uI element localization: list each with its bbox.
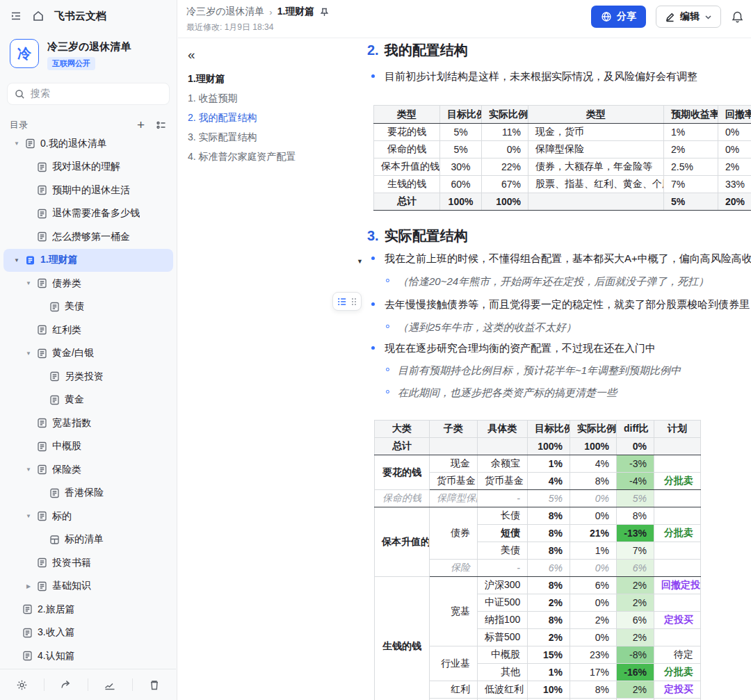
doc-icon <box>37 581 47 592</box>
doc-icon <box>37 464 47 475</box>
bullet-item[interactable]: ▼我在之前上班的时候，不懂得组合配置，基本都买大A+中概了，偏向高风险高收益 <box>367 251 751 269</box>
sidebar-item[interactable]: 中概股 <box>3 435 173 459</box>
sidebar-item[interactable]: 投资书籍 <box>3 551 173 575</box>
doc-icon <box>37 511 47 521</box>
breadcrumb: 冷三岁の退休清单 › 1.理财篇 <box>186 6 330 18</box>
doc-icon <box>37 209 47 219</box>
allocation-summary-table[interactable]: 类型 目标比例 实际比例 类型 预期收益率 回撤率 要花的钱5%11%现金，货币… <box>373 105 751 211</box>
app-window: 飞书云文档 冷 冷三岁の退休清单 互联网公开 搜索 目录 + ▼0.我的退休清单 <box>0 0 751 700</box>
doc-icon <box>37 185 47 195</box>
sidebar-footer <box>0 669 176 700</box>
bullet-item[interactable]: 现在在逐步研究合理均衡的资产配置，不过现在还在入门中 <box>367 341 656 355</box>
add-page-button[interactable]: + <box>137 117 145 133</box>
visibility-badge: 互联网公开 <box>47 57 95 70</box>
trash-icon[interactable] <box>133 679 177 691</box>
sub-bullet-item[interactable]: 目前有预期持仓比例目标，预计花半年~1年调整到预期比例中 <box>367 363 681 377</box>
sidebar-item[interactable]: 美债 <box>3 295 173 319</box>
sub-bullet-item[interactable]: （遇到25年牛市，这类的收益不太好） <box>367 320 576 334</box>
sidebar-item[interactable]: ▼保险类 <box>3 458 173 482</box>
top-bar: 冷三岁の退休清单 › 1.理财篇 最近修改: 1月9日 18:34 分享 编辑 <box>178 0 751 38</box>
sidebar-item[interactable]: ▶基础知识 <box>3 575 173 599</box>
toc-panel: « 1.理财篇 1. 收益预期 2. 我的配置结构 3. 实际配置结构 4. 标… <box>188 47 348 162</box>
doc-icon <box>37 418 47 428</box>
doc-icon <box>49 302 60 312</box>
doc-title: 冷三岁の退休清单 <box>47 39 131 54</box>
breadcrumb-current[interactable]: 1.理财篇 <box>277 6 315 18</box>
bullet-item[interactable]: 目前初步计划结构是这样，未来根据实际情况，及风险偏好会有调整 <box>367 69 697 83</box>
settings-gear-icon[interactable] <box>0 679 44 691</box>
detailed-allocation-table[interactable]: 大类 子类 具体类 目标比例 实际比例 diff比 计划 总计100%100%0… <box>374 420 701 700</box>
sidebar-item[interactable]: 我对退休的理解 <box>3 156 173 179</box>
sidebar-item[interactable]: 香港保险 <box>3 482 173 505</box>
table-row: 要花的钱现金余额宝1%4%-3% <box>375 455 701 473</box>
toc-item[interactable]: 1.理财篇 <box>188 74 348 84</box>
directory-settings-icon[interactable] <box>156 120 167 131</box>
bell-icon[interactable] <box>731 10 744 24</box>
globe-icon <box>601 11 612 22</box>
sidebar-item[interactable]: 退休需要准备多少钱 <box>3 202 173 226</box>
table-row-muted: 保命的钱保障型保险-5%0%5% <box>375 490 701 507</box>
table-row: 生钱的钱宽基沪深3008%6%2%回撤定投 <box>375 577 701 594</box>
pin-icon[interactable] <box>319 7 330 17</box>
bullet-item[interactable]: 去年慢慢接触债券等，而且觉得要一定的稳定性，就卖了部分股票梭哈到债券里 <box>367 297 750 311</box>
sub-bullet-item[interactable]: （恰逢20~24年熊市，开始两年还在定投，后面就没子弹了，死扛） <box>367 274 709 288</box>
sidebar: 飞书云文档 冷 冷三岁の退休清单 互联网公开 搜索 目录 + ▼0.我的退休清单 <box>0 0 177 700</box>
doc-icon <box>37 348 47 359</box>
sidebar-item[interactable]: 2.旅居篇 <box>3 598 173 621</box>
bullet-dot <box>371 74 375 78</box>
toc-item[interactable]: 4. 标准普尔家庭资产配置 <box>188 152 348 162</box>
doc-icon <box>37 231 47 242</box>
bullet-list-icon[interactable] <box>337 297 347 307</box>
edit-button[interactable]: 编辑 <box>656 6 721 28</box>
fold-toggle-icon[interactable]: ▼ <box>357 254 363 269</box>
bullet-dot <box>371 257 375 260</box>
table-total-row: 总计100%100%0% <box>375 438 701 455</box>
sidebar-item[interactable]: 黄金 <box>3 389 173 412</box>
share-button[interactable]: 分享 <box>591 6 646 28</box>
doc-icon <box>49 488 60 498</box>
sidebar-item[interactable]: 另类投资 <box>3 365 173 389</box>
sidebar-item[interactable]: ▼债券类 <box>3 272 173 295</box>
chevron-down-icon <box>704 13 712 21</box>
sidebar-toggle-icon[interactable] <box>10 10 22 22</box>
share-arrow-icon[interactable] <box>45 678 88 691</box>
sidebar-item[interactable]: ▼黄金/白银 <box>3 342 173 366</box>
collapse-toc-icon[interactable]: « <box>188 47 348 63</box>
table-header-row: 类型 目标比例 实际比例 类型 预期收益率 回撤率 <box>374 106 751 124</box>
breadcrumb-separator: › <box>269 7 272 17</box>
table-header-row: 大类 子类 具体类 目标比例 实际比例 diff比 计划 <box>375 421 701 438</box>
sub-bullet-item[interactable]: 在此期间，也逐步把各类资产标的搞更清楚一些 <box>367 385 617 400</box>
sidebar-item-selected[interactable]: ▼1.理财篇 <box>3 249 173 272</box>
table-row: 保命的钱5%0%保障型保险2%0% <box>374 141 751 158</box>
doc-avatar: 冷 <box>10 39 39 68</box>
app-title: 飞书云文档 <box>54 10 106 23</box>
main-area: 冷三岁の退休清单 › 1.理财篇 最近修改: 1月9日 18:34 分享 编辑 <box>178 0 751 700</box>
hollow-bullet <box>386 279 389 282</box>
block-toolbar[interactable] <box>332 292 362 311</box>
doc-header[interactable]: 冷 冷三岁の退休清单 互联网公开 <box>0 32 177 79</box>
sidebar-item[interactable]: ▼标的 <box>3 505 173 528</box>
home-icon[interactable] <box>32 10 45 22</box>
section-3-heading: 3.实际配置结构 <box>367 227 468 245</box>
page-tree: ▼0.我的退休清单 我对退休的理解 预期中的退休生活 退休需要准备多少钱 怎么攒… <box>0 132 177 669</box>
grid-doc-icon <box>49 535 60 545</box>
stats-chart-icon[interactable] <box>88 678 132 691</box>
sidebar-item[interactable]: ▼0.我的退休清单 <box>3 132 173 156</box>
breadcrumb-root[interactable]: 冷三岁の退休清单 <box>186 6 264 18</box>
sidebar-item[interactable]: 怎么攒够第一桶金 <box>3 225 173 249</box>
sidebar-item[interactable]: 宽基指数 <box>3 412 173 435</box>
doc-icon <box>22 604 33 614</box>
sidebar-item[interactable]: 4.认知篇 <box>3 644 173 668</box>
doc-icon <box>37 557 47 568</box>
toc-item[interactable]: 3. 实际配置结构 <box>188 132 348 143</box>
sidebar-item[interactable]: 标的清单 <box>3 528 173 552</box>
section-2-heading: 2.我的配置结构 <box>367 41 468 60</box>
bullet-dot <box>371 346 375 350</box>
sidebar-item[interactable]: 3.收入篇 <box>3 621 173 645</box>
drag-handle-icon[interactable] <box>351 298 357 306</box>
toc-item[interactable]: 1. 收益预期 <box>188 93 348 104</box>
sidebar-item[interactable]: 预期中的退休生活 <box>3 179 173 202</box>
search-input[interactable]: 搜索 <box>7 83 170 105</box>
sidebar-item[interactable]: 红利类 <box>3 318 173 342</box>
toc-item-active[interactable]: 2. 我的配置结构 <box>188 113 348 123</box>
